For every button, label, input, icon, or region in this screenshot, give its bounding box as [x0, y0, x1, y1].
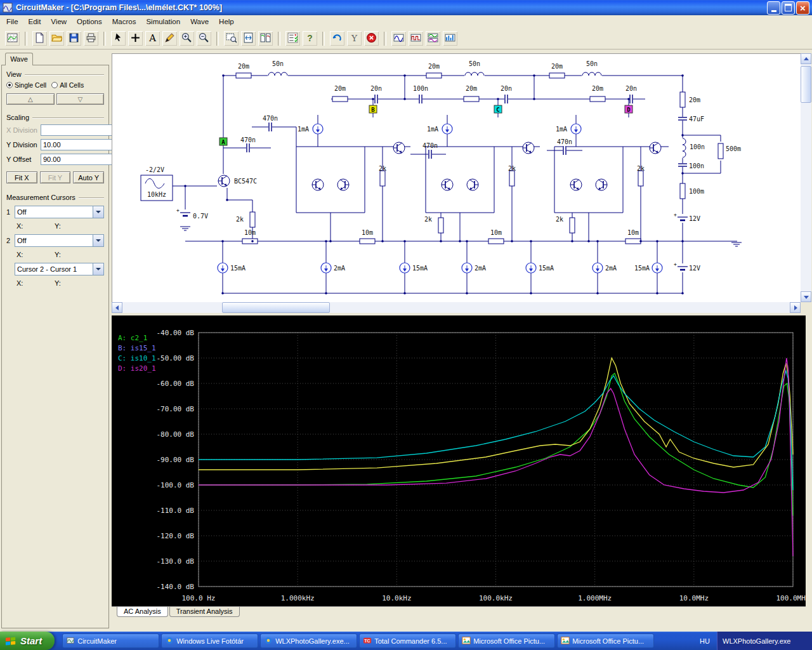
- cursor-diff-select[interactable]: Cursor 2 - Cursor 1: [15, 263, 104, 275]
- taskbar-task[interactable]: CircuitMaker: [62, 633, 159, 648]
- wave-a-button[interactable]: [391, 30, 407, 46]
- plus-button[interactable]: [128, 30, 143, 46]
- run-checks-button[interactable]: [285, 30, 301, 46]
- probe-button[interactable]: [162, 30, 178, 46]
- radio-all-cells[interactable]: All Cells: [51, 81, 84, 89]
- tab-ac-analysis[interactable]: AC Analysis: [117, 607, 168, 617]
- probe-y-button[interactable]: Y: [346, 30, 362, 46]
- taskbar-task[interactable]: WLXPhotoGallery.exe...: [260, 633, 357, 648]
- vscroll-thumb[interactable]: [801, 66, 811, 103]
- auto-y-button[interactable]: Auto Y: [73, 171, 104, 183]
- menu-simulation[interactable]: Simulation: [141, 17, 185, 27]
- tab-transient-analysis[interactable]: Transient Analysis: [169, 607, 240, 617]
- fit-page-button[interactable]: [240, 30, 256, 46]
- language-indicator[interactable]: HU: [696, 634, 714, 647]
- undo-button[interactable]: [329, 30, 345, 46]
- schematic-vscrollbar[interactable]: [801, 53, 811, 302]
- wave-d-button[interactable]: [442, 30, 458, 46]
- start-label: Start: [20, 635, 42, 646]
- text-icon: A: [147, 32, 158, 45]
- wave-window-button[interactable]: [4, 30, 20, 46]
- chevron-down-icon[interactable]: [93, 235, 103, 246]
- chevron-down-icon[interactable]: [93, 263, 103, 275]
- maximize-button[interactable]: [782, 1, 795, 15]
- probe-letter: D: [627, 107, 631, 113]
- radio-single-cell[interactable]: Single Cell: [6, 81, 46, 89]
- schematic-canvas[interactable]: +++20m50n20m50n20m50n20m20n100n20m20n20m…: [112, 53, 801, 302]
- minimize-button[interactable]: [767, 1, 780, 15]
- save-button[interactable]: [66, 30, 82, 46]
- radio-dot-icon: [6, 82, 13, 88]
- y-tick-label: -120.0 dB: [156, 532, 194, 540]
- fit-y-button[interactable]: Fit Y: [40, 171, 71, 183]
- close-button[interactable]: [796, 1, 809, 15]
- next-cell-button[interactable]: [56, 93, 105, 105]
- toolbar-separator: [25, 32, 27, 46]
- new-doc-button[interactable]: [32, 30, 48, 46]
- menu-help[interactable]: Help: [214, 17, 239, 27]
- menu-macros[interactable]: Macros: [107, 17, 141, 27]
- y-tick-label: -60.00 dB: [156, 380, 194, 388]
- plot-legend: A: c2_1B: is15_1C: is10_1D: is20_1: [118, 333, 156, 374]
- zoom-out-button[interactable]: [196, 30, 212, 46]
- component-label: 2k: [556, 216, 563, 223]
- window-title: CircuitMaker - [C:\Program Files\...\elm…: [16, 3, 767, 12]
- cursor2-select[interactable]: Off: [15, 234, 104, 247]
- cursor-button[interactable]: [110, 30, 126, 46]
- schematic-hscrollbar[interactable]: [112, 302, 801, 313]
- wave-c-button[interactable]: [425, 30, 441, 46]
- component-label: 20m: [689, 96, 700, 103]
- hscroll-track[interactable]: [122, 302, 790, 313]
- zoom-in-button[interactable]: [179, 30, 195, 46]
- zoom-select-button[interactable]: [223, 30, 239, 46]
- zoom-in-icon: [181, 32, 192, 45]
- text-button[interactable]: A: [145, 30, 160, 46]
- cell-step-buttons: [6, 93, 104, 105]
- probe-letter: C: [496, 107, 499, 113]
- diff-x-label: X:: [16, 279, 55, 287]
- svg-text:A: A: [148, 32, 156, 43]
- tab-wave[interactable]: Wave: [5, 53, 33, 65]
- cursor1-x-label: X:: [16, 222, 55, 230]
- stop-button[interactable]: [363, 30, 379, 46]
- waveform-plot[interactable]: A: c2_1B: is15_1C: is10_1D: is20_1 -40.0…: [112, 315, 806, 606]
- scroll-left-button[interactable]: [112, 302, 122, 313]
- hscroll-thumb[interactable]: [222, 302, 330, 313]
- fit-x-button[interactable]: Fit X: [6, 171, 37, 183]
- wave-b-button[interactable]: [408, 30, 424, 46]
- cursor1-select[interactable]: Off: [15, 206, 104, 218]
- taskbar-task[interactable]: Windows Live Fotótár: [161, 633, 258, 648]
- vscroll-track[interactable]: [801, 64, 811, 291]
- taskbar-task[interactable]: Microsoft Office Pictu...: [458, 633, 555, 648]
- title-bar[interactable]: CircuitMaker - [C:\Program Files\...\elm…: [0, 0, 812, 15]
- tray-app[interactable]: WLXPhotoGallery.exe: [717, 632, 812, 650]
- menu-edit[interactable]: Edit: [23, 17, 46, 27]
- cursor1-value: Off: [15, 208, 93, 216]
- component-label: 20m: [428, 63, 440, 70]
- zoom-select-icon: [226, 32, 237, 45]
- component-label: BC547C: [234, 178, 257, 185]
- print-icon: [86, 32, 96, 45]
- scroll-right-button[interactable]: [790, 302, 801, 313]
- menu-view[interactable]: View: [46, 17, 72, 27]
- gallery-icon: [264, 636, 273, 646]
- taskbar-task[interactable]: Microsoft Office Pictu...: [557, 633, 654, 648]
- menu-wave[interactable]: Wave: [185, 17, 214, 27]
- cursor2-number: 2: [6, 237, 11, 244]
- previous-cell-button[interactable]: [6, 93, 55, 105]
- split-view-icon: [260, 32, 271, 45]
- menu-file[interactable]: File: [1, 17, 23, 27]
- print-button[interactable]: [83, 30, 99, 46]
- scroll-down-button[interactable]: [801, 291, 811, 302]
- chevron-down-icon[interactable]: [93, 206, 103, 218]
- help-button[interactable]: ?: [302, 30, 318, 46]
- component-label: 2k: [637, 165, 645, 172]
- start-button[interactable]: Start: [0, 632, 55, 650]
- taskbar-task[interactable]: TCTotal Commander 6.5...: [359, 633, 456, 648]
- scroll-up-button[interactable]: [801, 53, 811, 64]
- open-folder-button[interactable]: [49, 30, 65, 46]
- split-view-button[interactable]: [258, 30, 273, 46]
- menu-options[interactable]: Options: [72, 17, 107, 27]
- toolbar-separator: [384, 32, 386, 46]
- y-tick-label: -100.0 dB: [156, 481, 194, 489]
